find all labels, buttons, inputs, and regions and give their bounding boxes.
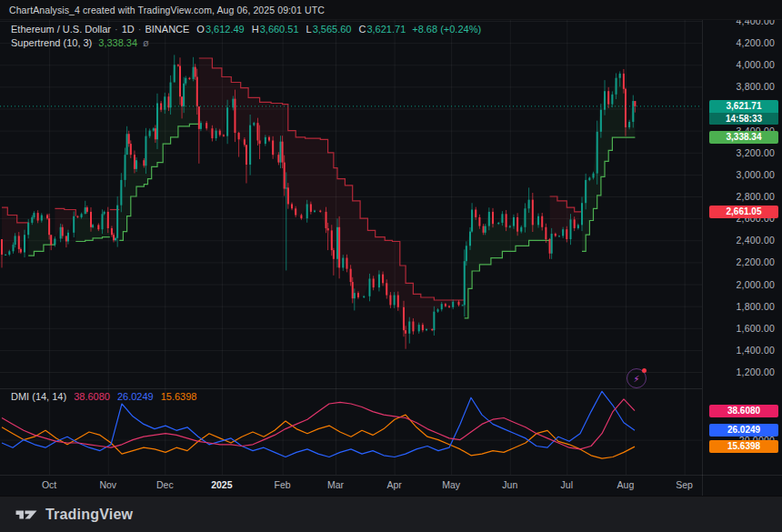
dmi-name: DMI (14, 14) [11, 391, 66, 402]
tradingview-logo-icon [15, 507, 38, 522]
exchange-label: BINANCE [145, 24, 189, 35]
minus_di-line [2, 415, 635, 458]
price-tick: 2,200.00 [702, 256, 775, 267]
tradingview-logo[interactable]: TradingView [15, 507, 133, 523]
price-tick: 3,200.00 [702, 147, 775, 158]
price-tick: 3,400.00 [702, 125, 775, 136]
price-tick: 2,400.00 [702, 235, 775, 246]
ohlc-key: C [358, 24, 366, 35]
flash-button[interactable]: ⚡ [627, 368, 647, 388]
ohlc-value: 3,565.60 [313, 24, 352, 35]
change-value: +8.68 (+0.24%) [412, 24, 481, 35]
price-tick: 1,400.00 [702, 345, 775, 356]
ohlc-key: L [306, 24, 312, 35]
legend-separator: · [138, 24, 142, 35]
ohlc-value: 3,621.71 [366, 24, 406, 35]
price-chart-canvas[interactable] [0, 0, 782, 532]
price-tick: 1,800.00 [702, 301, 775, 312]
dmi-legend-value: 26.0249 [117, 391, 154, 402]
time-tick: Apr [375, 479, 415, 490]
chart-area[interactable]: Ethereum / U.S. Dollar·1D·BINANCEO3,612.… [0, 0, 782, 532]
ohlc-value: 3,612.49 [206, 24, 245, 35]
ohlc-key: H [252, 24, 259, 35]
symbol-legend[interactable]: Ethereum / U.S. Dollar·1D·BINANCEO3,612.… [11, 24, 481, 35]
price-tick: 3,600.00 [702, 104, 775, 115]
legend-separator: · [115, 24, 118, 35]
lightning-icon: ⚡ [633, 374, 639, 384]
ohlc-values: O3,612.49H3,660.51L3,565.60C3,621.71 [189, 24, 406, 35]
time-tick: Dec [145, 479, 185, 490]
price-tick: 4,200.00 [702, 37, 775, 48]
supertrend-legend[interactable]: Supertrend (10, 3)3,338.34ø [11, 37, 149, 48]
dmi-legend-value: 38.6080 [74, 391, 110, 402]
interval-label: 1D [122, 24, 135, 35]
dmi-legend-value: 15.6398 [161, 391, 197, 402]
footer-bar: TradingView [0, 496, 782, 532]
time-tick: Jul [546, 479, 586, 490]
symbol-name: Ethereum / U.S. Dollar [11, 24, 111, 35]
time-tick: Jun [490, 479, 530, 490]
notification-dot [642, 368, 647, 373]
price-tick: 2,600.00 [702, 213, 775, 224]
time-tick: Sep [665, 479, 705, 490]
time-tick: 2025 [202, 479, 242, 490]
price-tick: 3,000.00 [702, 169, 775, 180]
tradingview-logo-text: TradingView [45, 507, 133, 523]
header-title: ChartAnalysis_4 created with TradingView… [9, 5, 325, 15]
time-tick: Nov [88, 479, 128, 490]
time-tick: May [431, 479, 471, 490]
time-tick: Feb [263, 479, 303, 490]
header-bar: ChartAnalysis_4 created with TradingView… [0, 0, 782, 20]
price-tick: 1,600.00 [702, 323, 775, 334]
price-tick: 4,000.00 [702, 59, 775, 70]
supertrend-name: Supertrend (10, 3) [11, 37, 92, 48]
dmi-tick: 20.0000 [702, 435, 775, 446]
ohlc-key: O [196, 24, 205, 35]
supertrend-suffix-icon: ø [143, 37, 149, 48]
dmi-legend[interactable]: DMI (14, 14)38.608026.024915.6398 [11, 391, 196, 402]
price-tick: 2,800.00 [702, 191, 775, 202]
time-tick: Aug [606, 479, 646, 490]
time-tick: Mar [316, 479, 356, 490]
ohlc-value: 3,660.51 [260, 24, 299, 35]
adx-line [2, 399, 635, 449]
dmi-values: 38.608026.024915.6398 [66, 391, 196, 402]
price-tick: 3,800.00 [702, 81, 775, 92]
price-tick: 2,000.00 [702, 279, 775, 290]
time-tick: Oct [29, 479, 69, 490]
supertrend-value: 3,338.34 [98, 37, 137, 48]
price-tick: 1,200.00 [702, 366, 775, 377]
supertrend-overlay [2, 58, 635, 334]
tradingview-snapshot: ChartAnalysis_4 created with TradingView… [0, 0, 782, 532]
